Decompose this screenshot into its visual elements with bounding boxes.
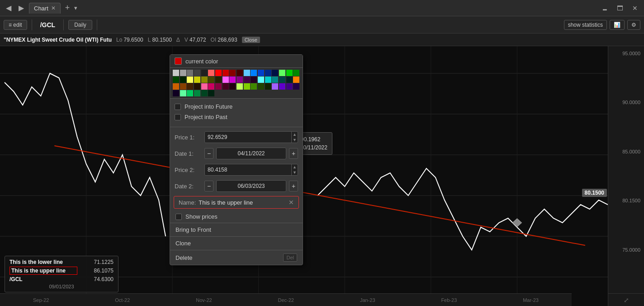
delete-label: Delete [175, 254, 193, 261]
color-swatch[interactable] [173, 70, 179, 76]
price2-input[interactable] [205, 167, 291, 173]
show-prices-row[interactable]: Show prices [170, 210, 303, 223]
color-swatch[interactable] [286, 70, 293, 76]
project-past-checkbox[interactable] [175, 114, 181, 120]
color-swatch[interactable] [229, 83, 236, 90]
color-swatch[interactable] [201, 83, 208, 90]
name-input[interactable] [199, 199, 286, 206]
color-swatch[interactable] [180, 90, 186, 96]
color-swatch[interactable] [258, 70, 264, 76]
clone-item[interactable]: Clone [170, 236, 303, 250]
color-swatch[interactable] [244, 70, 250, 76]
color-swatch[interactable] [251, 76, 257, 83]
color-swatch[interactable] [251, 83, 257, 90]
back-button[interactable]: ◀ [4, 3, 14, 13]
color-swatch[interactable] [251, 70, 257, 76]
color-swatch[interactable] [187, 76, 193, 83]
color-swatch[interactable] [201, 76, 208, 83]
bring-to-front-item[interactable]: Bring to Front [170, 223, 303, 236]
date2-plus-button[interactable]: + [289, 181, 298, 191]
color-swatch[interactable] [244, 83, 250, 90]
date1-plus-button[interactable]: + [289, 148, 298, 159]
color-swatch[interactable] [215, 76, 222, 83]
color-swatch[interactable] [223, 76, 229, 83]
close-button[interactable]: ✕ [630, 4, 640, 13]
delete-item[interactable]: Delete Del [170, 250, 303, 265]
color-swatch[interactable] [187, 83, 193, 90]
color-swatch[interactable] [272, 76, 278, 83]
color-swatch[interactable] [201, 90, 208, 96]
project-future-row[interactable]: Project into Future [175, 101, 298, 112]
color-swatch[interactable] [272, 70, 278, 76]
color-swatch[interactable] [173, 83, 179, 90]
date1-minus-button[interactable]: − [204, 148, 213, 159]
color-swatch[interactable] [293, 76, 299, 83]
price1-input[interactable] [205, 134, 291, 140]
color-swatch[interactable] [237, 76, 243, 83]
tab-close-button[interactable]: ✕ [51, 5, 56, 11]
color-swatch[interactable] [286, 83, 293, 90]
color-swatch[interactable] [223, 70, 229, 76]
color-swatch[interactable] [286, 76, 293, 83]
color-swatch[interactable] [194, 90, 200, 96]
chart-tab[interactable]: Chart ✕ [29, 3, 61, 14]
forward-button[interactable]: ▶ [16, 3, 26, 13]
corner-expand-button[interactable]: ⤢ [608, 293, 644, 306]
show-prices-checkbox[interactable] [175, 214, 182, 220]
color-swatch[interactable] [194, 83, 200, 90]
legend-row-3: /GCL 74.6300 [9, 276, 114, 282]
color-swatch[interactable] [180, 70, 186, 76]
color-swatch[interactable] [208, 70, 214, 76]
tab-dropdown-button[interactable]: ▾ [74, 5, 77, 11]
color-swatch[interactable] [265, 83, 271, 90]
color-swatch[interactable] [237, 70, 243, 76]
color-swatch[interactable] [279, 76, 285, 83]
color-swatch[interactable] [265, 70, 271, 76]
color-swatch[interactable] [194, 76, 200, 83]
color-swatch[interactable] [208, 83, 214, 90]
price2-up[interactable]: ▲ [292, 164, 298, 170]
price2-down[interactable]: ▼ [292, 170, 298, 175]
color-swatch[interactable] [180, 76, 186, 83]
price1-up[interactable]: ▲ [292, 132, 298, 137]
current-color-swatch[interactable] [175, 57, 182, 65]
minimize-button[interactable]: 🗕 [599, 4, 611, 13]
color-swatch[interactable] [173, 90, 179, 96]
color-swatch[interactable] [229, 70, 236, 76]
project-future-checkbox[interactable] [175, 104, 181, 110]
name-clear-button[interactable]: ✕ [289, 199, 294, 206]
color-swatch[interactable] [272, 83, 278, 90]
color-swatch[interactable] [173, 76, 179, 83]
color-swatch[interactable] [293, 83, 299, 90]
edit-menu-button[interactable]: ≡ edit [4, 20, 27, 30]
color-swatch[interactable] [223, 83, 229, 90]
color-swatch[interactable] [180, 83, 186, 90]
chart-area[interactable]: Price: 90.1962 Time: 30/11/2022 This is … [0, 46, 608, 306]
date2-minus-button[interactable]: − [204, 181, 213, 191]
period-selector[interactable]: Daily [68, 20, 92, 30]
maximize-button[interactable]: 🗖 [614, 4, 626, 13]
color-swatch[interactable] [258, 76, 264, 83]
color-swatch[interactable] [279, 83, 285, 90]
project-past-row[interactable]: Project into Past [175, 112, 298, 122]
color-swatch[interactable] [187, 70, 193, 76]
show-statistics-button[interactable]: show statistics [564, 20, 607, 30]
color-swatch[interactable] [187, 90, 193, 96]
price1-down[interactable]: ▼ [292, 137, 298, 143]
color-swatch[interactable] [215, 70, 222, 76]
color-swatch[interactable] [237, 83, 243, 90]
color-swatch[interactable] [293, 70, 299, 76]
color-swatch[interactable] [208, 76, 214, 83]
color-swatch[interactable] [208, 90, 214, 96]
color-swatch[interactable] [229, 76, 236, 83]
tab-add-button[interactable]: + [65, 3, 70, 13]
color-swatch[interactable] [215, 83, 222, 90]
color-swatch[interactable] [201, 70, 208, 76]
color-swatch[interactable] [279, 70, 285, 76]
color-swatch[interactable] [258, 83, 264, 90]
color-swatch[interactable] [265, 76, 271, 83]
chart-settings-button[interactable]: ⚙ [627, 20, 640, 30]
chart-type-button[interactable]: 📊 [610, 20, 625, 30]
color-swatch[interactable] [194, 70, 200, 76]
color-swatch[interactable] [244, 76, 250, 83]
